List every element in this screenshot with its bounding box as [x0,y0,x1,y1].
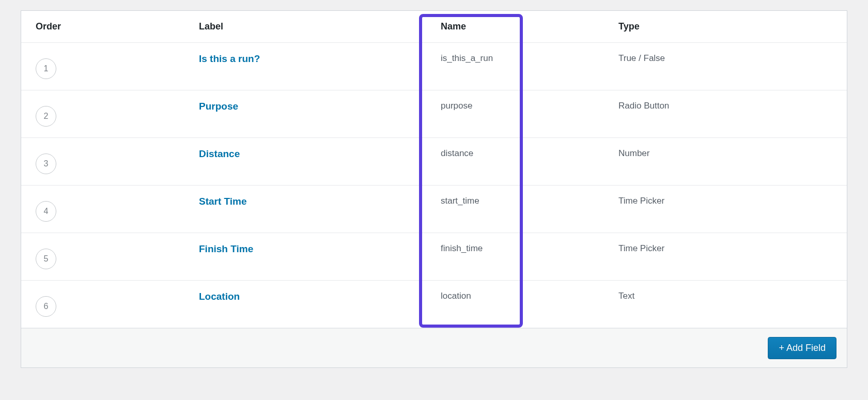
field-name: distance [441,148,473,158]
header-order: Order [21,11,187,42]
field-type: Number [618,148,649,158]
field-name: is_this_a_run [441,53,493,63]
field-label-link[interactable]: Is this a run? [199,53,260,64]
field-type: Text [618,291,634,301]
order-handle[interactable]: 1 [36,58,56,79]
field-row[interactable]: 1 Is this a run? is_this_a_run True / Fa… [21,43,847,90]
field-row[interactable]: 5 Finish Time finish_time Time Picker [21,233,847,281]
field-label-link[interactable]: Finish Time [199,243,253,254]
field-label-link[interactable]: Purpose [199,101,238,112]
order-handle[interactable]: 6 [36,296,56,317]
field-type: Time Picker [618,243,664,253]
table-footer: + Add Field [21,328,847,367]
field-name: finish_time [441,243,483,253]
field-row[interactable]: 2 Purpose purpose Radio Button [21,90,847,138]
order-handle[interactable]: 3 [36,153,56,174]
field-name: start_time [441,196,479,206]
field-type: Time Picker [618,196,664,206]
order-handle[interactable]: 5 [36,249,56,269]
header-type: Type [606,11,847,42]
field-row[interactable]: 4 Start Time start_time Time Picker [21,186,847,233]
add-field-button[interactable]: + Add Field [768,337,836,359]
field-label-link[interactable]: Start Time [199,196,247,207]
field-type: Radio Button [618,101,669,111]
header-label: Label [187,11,410,42]
order-handle[interactable]: 4 [36,201,56,222]
field-label-link[interactable]: Distance [199,148,240,159]
field-type: True / False [618,53,665,63]
field-name: purpose [441,101,472,111]
header-name: Name [410,11,606,42]
field-label-link[interactable]: Location [199,291,240,302]
field-row[interactable]: 3 Distance distance Number [21,138,847,186]
table-header-row: Order Label Name Type [21,11,847,43]
order-handle[interactable]: 2 [36,106,56,127]
fields-table: Order Label Name Type 1 Is this a run? i… [21,10,847,368]
field-name: location [441,291,471,301]
field-row[interactable]: 6 Location location Text [21,281,847,328]
